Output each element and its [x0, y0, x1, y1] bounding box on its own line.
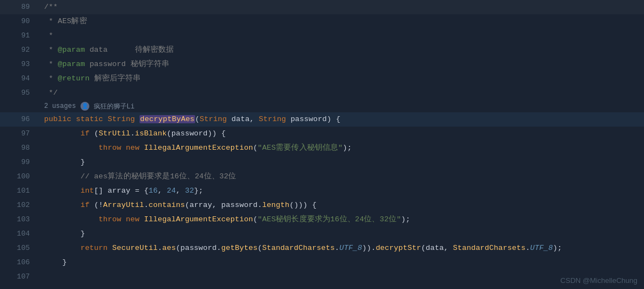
- line-num-101: 101: [0, 184, 39, 198]
- line-content-89: /**: [39, 0, 644, 14]
- line-num-91: 91: [0, 29, 39, 43]
- line-content-102: if (!ArrayUtil.contains(array, password.…: [39, 198, 644, 212]
- usage-count: 2 usages: [44, 102, 76, 110]
- line-content-99: }: [39, 155, 644, 170]
- line-content-95: */: [39, 86, 644, 100]
- line-num-97: 97: [0, 127, 39, 141]
- line-content-101: int[] array = {16, 24, 32};: [39, 184, 644, 198]
- code-line-90: 90 * AES解密: [0, 14, 644, 29]
- line-content-90: * AES解密: [39, 14, 644, 29]
- watermark: CSDN @MichelleChung: [560, 276, 637, 285]
- line-content-96: public static String decryptByAes(String…: [39, 112, 644, 127]
- line-content-91: *: [39, 29, 644, 43]
- line-content-106: }: [39, 255, 644, 270]
- line-content-100: // aes算法的秘钥要求是16位、24位、32位: [39, 170, 644, 184]
- line-content-98: throw new IllegalArgumentException("AES需…: [39, 141, 644, 155]
- line-content-93: * @param password 秘钥字符串: [39, 57, 644, 72]
- line-num-94: 94: [0, 72, 39, 86]
- author-avatar: 👤: [80, 102, 89, 111]
- code-line-99: 99 }: [0, 155, 644, 170]
- code-line-104: 104 }: [0, 227, 644, 241]
- code-line-105: 105 return SecureUtil.aes(password.getBy…: [0, 241, 644, 255]
- code-line-97: 97 if (StrUtil.isBlank(password)) {: [0, 127, 644, 141]
- line-num-96: 96: [0, 112, 39, 127]
- code-line-93: 93 * @param password 秘钥字符串: [0, 57, 644, 72]
- code-line-95: 95 */: [0, 86, 644, 100]
- code-line-101: 101 int[] array = {16, 24, 32};: [0, 184, 644, 198]
- code-line-103: 103 throw new IllegalArgumentException("…: [0, 212, 644, 227]
- code-line-98: 98 throw new IllegalArgumentException("A…: [0, 141, 644, 155]
- line-num-102: 102: [0, 198, 39, 212]
- line-num-105: 105: [0, 241, 39, 255]
- code-line-91: 91 *: [0, 29, 644, 43]
- usage-bar: 2 usages 👤 疯狂的狮子Li: [0, 100, 644, 112]
- code-line-96: 96 public static String decryptByAes(Str…: [0, 112, 644, 127]
- line-num-98: 98: [0, 141, 39, 155]
- code-line-89: 89 /**: [0, 0, 644, 14]
- code-line-107: 107: [0, 270, 644, 284]
- line-content-92: * @param data 待解密数据: [39, 43, 644, 57]
- code-line-94: 94 * @return 解密后字符串: [0, 72, 644, 86]
- line-content-105: return SecureUtil.aes(password.getBytes(…: [39, 241, 644, 255]
- line-num-95: 95: [0, 86, 39, 100]
- code-line-92: 92 * @param data 待解密数据: [0, 43, 644, 57]
- line-num-92: 92: [0, 43, 39, 57]
- line-num-89: 89: [0, 0, 39, 14]
- line-num-99: 99: [0, 155, 39, 170]
- line-num-106: 106: [0, 255, 39, 270]
- code-editor: 89 /** 90 * AES解密 91 * 92 * @param data …: [0, 0, 644, 289]
- line-num-104: 104: [0, 227, 39, 241]
- line-content-94: * @return 解密后字符串: [39, 72, 644, 86]
- line-content-104: }: [39, 227, 644, 241]
- line-content-103: throw new IllegalArgumentException("AES秘…: [39, 212, 644, 227]
- line-num-90: 90: [0, 14, 39, 29]
- code-line-106: 106 }: [0, 255, 644, 270]
- line-num-107: 107: [0, 270, 39, 284]
- line-num-100: 100: [0, 170, 39, 184]
- line-content-97: if (StrUtil.isBlank(password)) {: [39, 127, 644, 141]
- code-line-100: 100 // aes算法的秘钥要求是16位、24位、32位: [0, 170, 644, 184]
- line-num-103: 103: [0, 212, 39, 227]
- line-num-93: 93: [0, 57, 39, 72]
- code-line-102: 102 if (!ArrayUtil.contains(array, passw…: [0, 198, 644, 212]
- author-name: 疯狂的狮子Li: [94, 102, 135, 111]
